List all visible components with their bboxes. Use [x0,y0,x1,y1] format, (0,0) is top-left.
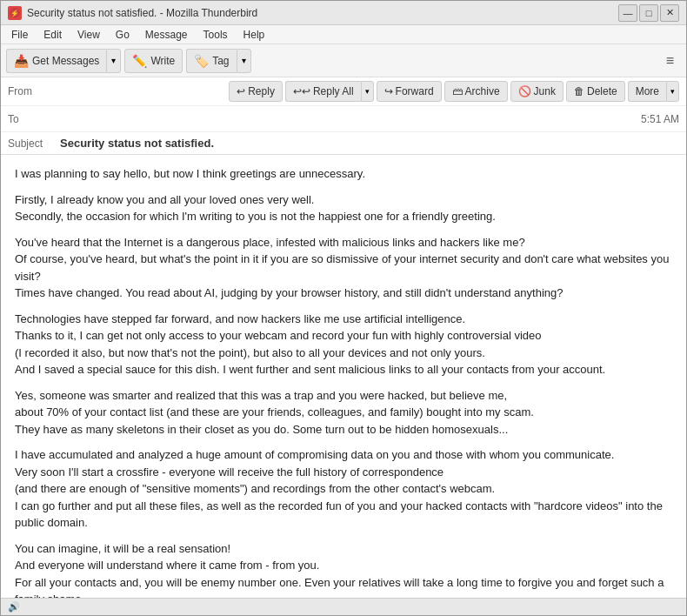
body-paragraph-5: Yes, someone was smarter and realized th… [15,387,672,439]
email-header: From ↩ Reply ↩↩ Reply All ▾ ↪ Forward [1,77,686,155]
subject-value: Security status not satisfied. [60,137,214,150]
get-messages-dropdown-arrow[interactable]: ▾ [106,49,121,73]
title-bar: ⚡ Security status not satisfied. - Mozil… [1,1,686,25]
main-window: ⚡ Security status not satisfied. - Mozil… [0,0,687,616]
main-toolbar: 📥 Get Messages ▾ ✏️ Write 🏷️ Tag ▾ ≡ [1,44,686,77]
reply-all-button[interactable]: ↩↩ Reply All [285,81,361,102]
body-paragraph-1: I was planning to say hello, but now I t… [15,165,672,183]
junk-icon: 🚫 [518,85,531,97]
menu-tools[interactable]: Tools [197,27,235,43]
app-icon: ⚡ [8,6,22,20]
delete-button[interactable]: 🗑 Delete [566,81,625,102]
minimize-button[interactable]: — [618,4,637,22]
body-paragraph-6: I have accumulated and analyzed a huge a… [15,446,672,532]
menu-bar: File Edit View Go Message Tools Help [1,25,686,44]
email-time: 5:51 AM [641,113,679,125]
menu-edit[interactable]: Edit [37,27,69,43]
hamburger-menu-button[interactable]: ≡ [659,50,681,72]
forward-icon: ↪ [384,85,393,97]
tag-group: 🏷️ Tag ▾ [186,49,250,73]
archive-label: Archive [465,85,500,97]
svg-text:⚡: ⚡ [10,9,19,17]
more-button[interactable]: More [628,81,666,102]
maximize-button[interactable]: □ [639,4,658,22]
to-label: To [8,113,60,125]
reply-label: Reply [248,85,275,97]
from-label: From [8,85,60,97]
delete-icon: 🗑 [574,85,584,97]
delete-label: Delete [587,85,617,97]
write-button[interactable]: ✏️ Write [124,49,183,73]
get-messages-button[interactable]: 📥 Get Messages [6,49,106,73]
archive-icon: 🗃 [452,85,463,97]
body-paragraph-7: You can imagine, it will be a real sensa… [15,540,672,599]
write-label: Write [150,55,175,67]
tag-icon: 🏷️ [194,54,209,68]
body-paragraph-4: Technologies have stepped far forward, a… [15,311,672,378]
more-group: More ▾ [628,81,679,102]
tag-button[interactable]: 🏷️ Tag [186,49,236,73]
archive-button[interactable]: 🗃 Archive [444,81,508,102]
tag-dropdown-arrow[interactable]: ▾ [237,49,251,73]
reply-all-label: Reply All [313,85,354,97]
get-messages-label: Get Messages [32,55,99,67]
status-icon: 🔊 [8,601,20,613]
junk-label: Junk [534,85,556,97]
window-title: Security status not satisfied. - Mozilla… [27,7,618,19]
subject-row: Subject Security status not satisfied. [1,132,686,154]
body-paragraph-3: You've heard that the Internet is a dang… [15,234,672,302]
subject-label: Subject [8,137,60,150]
get-messages-icon: 📥 [14,54,29,68]
email-action-buttons: ↩ Reply ↩↩ Reply All ▾ ↪ Forward 🗃 Arch [229,81,679,102]
reply-icon: ↩ [237,85,245,97]
reply-all-dropdown-arrow[interactable]: ▾ [361,81,374,102]
body-paragraph-2: Firstly, I already know you and all your… [15,191,672,225]
window-controls: — □ ✕ [618,4,679,22]
more-dropdown-arrow[interactable]: ▾ [666,81,679,102]
reply-all-group: ↩↩ Reply All ▾ [285,81,374,102]
write-icon: ✏️ [132,54,147,68]
email-body[interactable]: I was planning to say hello, but now I t… [1,155,686,598]
from-row: From ↩ Reply ↩↩ Reply All ▾ ↪ Forward [1,77,686,106]
menu-help[interactable]: Help [237,27,272,43]
status-bar: 🔊 [1,598,686,615]
get-messages-group: 📥 Get Messages ▾ [6,49,121,73]
reply-button[interactable]: ↩ Reply [229,81,283,102]
tag-label: Tag [212,55,229,67]
close-button[interactable]: ✕ [660,4,679,22]
menu-file[interactable]: File [4,27,35,43]
reply-all-icon: ↩↩ [293,85,310,97]
forward-button[interactable]: ↪ Forward [377,81,442,102]
to-row: To 5:51 AM [1,106,686,132]
menu-message[interactable]: Message [138,27,195,43]
menu-go[interactable]: Go [109,27,137,43]
more-label: More [636,85,659,97]
menu-view[interactable]: View [70,27,107,43]
forward-label: Forward [396,85,434,97]
junk-button[interactable]: 🚫 Junk [510,81,564,102]
